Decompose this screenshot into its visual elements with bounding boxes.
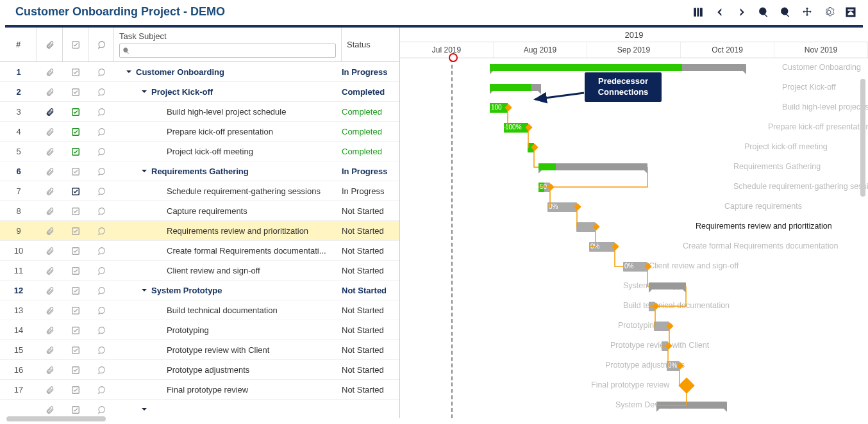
gantt-task-bar[interactable]: 0% [589, 242, 615, 252]
gantt-chart[interactable]: 2019 Jul 2019Aug 2019Sep 2019Oct 2019Nov… [400, 28, 868, 418]
comment-icon[interactable] [88, 225, 114, 236]
attachment-icon[interactable] [37, 206, 63, 216]
comment-icon[interactable] [88, 404, 114, 414]
task-row[interactable]: 5Project kick-off meetingCompleted [0, 142, 399, 161]
task-subject-cell[interactable]: Capture requirements [114, 206, 342, 216]
task-subject-cell[interactable]: Build technical documentation [114, 306, 342, 315]
task-row[interactable]: 16Prototype adjustmentsNot Started [0, 360, 399, 380]
checkbox-icon[interactable] [63, 106, 88, 117]
gantt-summary-bar[interactable] [538, 163, 647, 170]
task-row[interactable]: 17Final prototype reviewNot Started [0, 380, 399, 400]
attachment-icon[interactable] [37, 325, 63, 335]
gantt-task-bar[interactable]: 0% [547, 202, 577, 212]
task-subject-cell[interactable]: Project kick-off meeting [114, 147, 342, 156]
search-input[interactable] [131, 45, 333, 56]
comment-icon[interactable] [88, 325, 114, 335]
task-subject-cell[interactable]: Schedule requirement-gathering sessions [114, 186, 342, 196]
task-row[interactable]: 1Customer OnboardingIn Progress [0, 62, 399, 82]
checkbox-icon[interactable] [63, 186, 88, 196]
task-subject-cell[interactable]: System Prototype [114, 286, 342, 295]
task-subject-cell[interactable]: Prototype adjustments [114, 365, 342, 375]
checkbox-icon[interactable] [63, 86, 88, 97]
gantt-body[interactable]: Customer OnboardingProject Kick-offBuild… [400, 58, 868, 418]
task-row[interactable]: 9Requirements review and prioritizationN… [0, 221, 399, 241]
fullscreen-icon[interactable] [845, 6, 856, 18]
task-row[interactable] [0, 400, 399, 418]
checkbox-icon[interactable] [63, 345, 88, 355]
search-input-wrap[interactable] [119, 44, 336, 58]
task-subject-cell[interactable]: Prototype review with Client [114, 345, 342, 355]
col-header-comments[interactable] [88, 28, 114, 61]
checkbox-icon[interactable] [63, 325, 88, 335]
attachment-icon[interactable] [37, 225, 63, 236]
task-row[interactable]: 7Schedule requirement-gathering sessions… [0, 181, 399, 201]
zoom-out-icon[interactable] [758, 6, 769, 18]
checkbox-icon[interactable] [63, 146, 88, 156]
checkbox-icon[interactable] [63, 206, 88, 216]
col-header-checkbox[interactable] [63, 28, 88, 61]
attachment-icon[interactable] [37, 67, 63, 77]
attachment-icon[interactable] [37, 404, 63, 414]
task-subject-cell[interactable]: Build high-level project schedule [114, 107, 342, 117]
comment-icon[interactable] [88, 364, 114, 375]
task-subject-cell[interactable]: Requirements review and prioritization [114, 226, 342, 236]
task-subject-cell[interactable]: Prepare kick-off presentation [114, 127, 342, 136]
checkbox-icon[interactable] [63, 225, 88, 236]
task-row[interactable]: 13Build technical documentationNot Start… [0, 300, 399, 320]
attachment-icon[interactable] [37, 186, 63, 196]
settings-icon[interactable] [823, 6, 835, 18]
task-subject-cell[interactable]: Client review and sign-off [114, 266, 342, 275]
attachment-icon[interactable] [37, 285, 63, 295]
comment-icon[interactable] [88, 245, 114, 256]
attachment-icon[interactable] [37, 126, 63, 136]
attachment-icon[interactable] [37, 166, 63, 176]
gantt-summary-bar[interactable] [649, 282, 686, 289]
checkbox-icon[interactable] [63, 285, 88, 295]
task-row[interactable]: 12System PrototypeNot Started [0, 281, 399, 300]
checkbox-icon[interactable] [63, 305, 88, 315]
comment-icon[interactable] [88, 126, 114, 136]
attachment-icon[interactable] [37, 245, 63, 256]
task-row[interactable]: 14PrototypingNot Started [0, 320, 399, 340]
attachment-icon[interactable] [37, 265, 63, 275]
gantt-task-bar[interactable]: 100% [504, 123, 528, 133]
task-row[interactable]: 2Project Kick-offCompleted [0, 82, 399, 102]
zoom-in-icon[interactable] [780, 6, 791, 18]
task-subject-cell[interactable]: Project Kick-off [114, 87, 342, 97]
vertical-scrollbar[interactable] [860, 79, 865, 197]
task-subject-cell[interactable]: Prototyping [114, 325, 342, 335]
attachment-icon[interactable] [37, 384, 63, 395]
attachment-icon[interactable] [37, 305, 63, 315]
checkbox-icon[interactable] [63, 166, 88, 176]
comment-icon[interactable] [88, 186, 114, 196]
checkbox-icon[interactable] [63, 265, 88, 275]
gantt-summary-bar[interactable] [490, 64, 746, 71]
comment-icon[interactable] [88, 106, 114, 117]
checkbox-icon[interactable] [63, 67, 88, 77]
comment-icon[interactable] [88, 265, 114, 275]
checkbox-icon[interactable] [63, 404, 88, 414]
attachment-icon[interactable] [37, 146, 63, 156]
task-row[interactable]: 4Prepare kick-off presentationCompleted [0, 122, 399, 142]
horizontal-scrollbar[interactable] [6, 416, 106, 418]
checkbox-icon[interactable] [63, 126, 88, 136]
task-row[interactable]: 15Prototype review with ClientNot Starte… [0, 340, 399, 360]
forward-icon[interactable] [736, 6, 747, 18]
col-header-status[interactable]: Status [342, 28, 399, 61]
attachment-icon[interactable] [37, 106, 63, 117]
move-icon[interactable] [801, 6, 813, 18]
comment-icon[interactable] [88, 146, 114, 156]
task-subject-cell[interactable]: Customer Onboarding [114, 67, 342, 77]
checkbox-icon[interactable] [63, 364, 88, 375]
checkbox-icon[interactable] [63, 245, 88, 256]
attachment-icon[interactable] [37, 364, 63, 375]
task-row[interactable]: 3Build high-level project scheduleComple… [0, 102, 399, 122]
col-header-subject[interactable]: Task Subject [114, 28, 342, 61]
task-row[interactable]: 8Capture requirementsNot Started [0, 201, 399, 221]
task-subject-cell[interactable]: Create formal Requirements documentati..… [114, 246, 342, 256]
task-row[interactable]: 10Create formal Requirements documentati… [0, 241, 399, 261]
gantt-summary-bar[interactable] [656, 402, 727, 409]
task-row[interactable]: 11Client review and sign-offNot Started [0, 261, 399, 281]
task-subject-cell[interactable] [114, 406, 342, 412]
checkbox-icon[interactable] [63, 384, 88, 395]
